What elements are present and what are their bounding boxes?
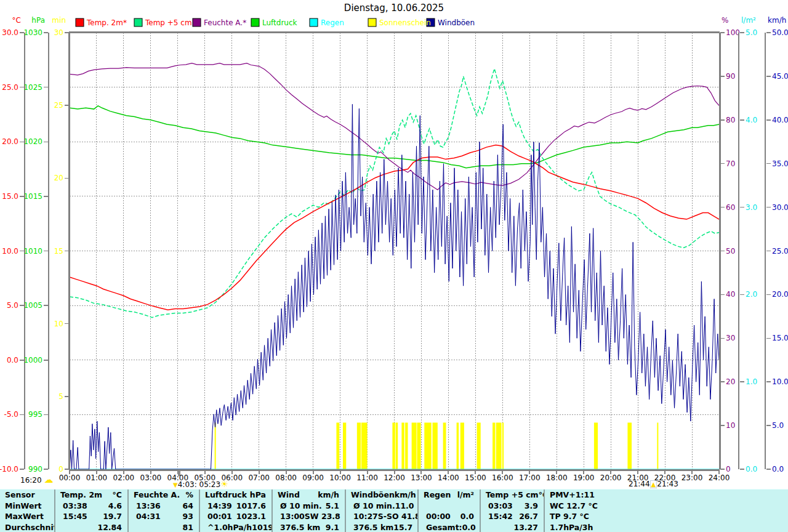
cell-time: 13:36	[136, 501, 161, 512]
pct-tick-label: 70	[726, 159, 735, 168]
hpa-tick-label: 1005	[23, 301, 42, 310]
pct-tick-label: 30	[726, 334, 735, 342]
hour-label: 07:00	[248, 474, 270, 482]
lm2-tick-label: 0.0	[746, 465, 757, 474]
pct-tick-label: 90	[726, 72, 735, 81]
pct-tick-label: 40	[726, 290, 735, 299]
kmh-tick-label: 30.0	[772, 203, 788, 212]
hour-label: 14:00	[438, 474, 459, 482]
row-label-text: Sensor	[5, 490, 35, 501]
sunshine-bar	[357, 422, 361, 469]
lm2-tick-label: 3.0	[746, 203, 757, 212]
kmh-tick-label: 20.0	[772, 290, 788, 299]
cell-time: TP 9.7 °C	[550, 511, 589, 522]
table-row: 15:4226.7	[481, 511, 544, 522]
cloud-icon: ☁	[44, 474, 53, 485]
cell-time: 00:00	[426, 511, 451, 522]
hour-label: 02:00	[113, 474, 135, 482]
cell-time: 376.5 km	[280, 522, 320, 532]
cell-value: 5.1	[326, 501, 339, 512]
legend-label: Windböen	[438, 18, 475, 27]
hpa-tick-label: 990	[28, 465, 42, 474]
column-luftdruck: LuftdruckhPa14:391017.600:011023.1^1.0hP…	[199, 490, 271, 532]
hpa-tick-label: 1015	[23, 192, 42, 201]
sunshine-bar	[432, 422, 437, 469]
sunset-time: 21:44	[629, 480, 650, 488]
hpa-tick-label: 1020	[23, 137, 42, 146]
hour-label: 12:00	[384, 474, 405, 482]
cell-value: 1017.6	[236, 501, 266, 512]
cell-value: 1023.1	[236, 511, 266, 522]
lm2-tick-label: 2.0	[746, 290, 757, 299]
table-row: 13:00SW 23.8	[273, 511, 345, 522]
cell-value: 15.7	[393, 522, 412, 532]
kmh-tick-label: 15.0	[772, 334, 788, 342]
cell-time: 13:00	[280, 511, 305, 522]
column-regen: Regenl/m²00:000.0Gesamt:0.0	[417, 490, 480, 532]
cell-value: 81	[183, 522, 193, 532]
hour-label: 11:00	[356, 474, 378, 482]
cell-time: 376.5 km	[353, 522, 393, 532]
table-row: 00:011023.1	[200, 511, 271, 522]
min-tick-label: 5	[58, 392, 63, 401]
table-row: 1.7hPa/3h	[545, 522, 788, 532]
cell-value: 93	[183, 511, 193, 522]
table-row: 13.27	[481, 522, 544, 532]
legend-swatch-2	[134, 18, 142, 26]
column-name: Windböen	[351, 490, 395, 501]
sunshine-bar	[460, 422, 464, 469]
cell-value: 3.9	[525, 501, 538, 512]
hour-label: 23:00	[681, 474, 703, 482]
column-header: Windböenkm/h	[346, 490, 417, 501]
cell-time: 15:42	[488, 511, 513, 522]
sunshine-bar	[594, 422, 598, 469]
hpa-tick-label: 995	[28, 410, 42, 419]
temp-tick-label: -5.0	[4, 410, 18, 419]
hpa-tick-label: 1010	[23, 247, 42, 256]
sunshine-bars	[215, 422, 658, 469]
temp-tick-label: -10.0	[0, 465, 18, 474]
pct-tick-label: 50	[726, 247, 735, 256]
hour-label: 08:00	[275, 474, 297, 482]
hour-label: 09:00	[302, 474, 324, 482]
cell-time: 04:31	[136, 511, 161, 522]
cell-time: 03:03	[488, 501, 513, 512]
hour-label: 16:00	[492, 474, 513, 482]
table-row: 00:000.0	[419, 511, 480, 522]
cell-time: ^1.0hPa/h	[207, 522, 252, 532]
hpa-tick-label: 1030	[23, 28, 42, 37]
column-header: Regenl/m²	[419, 490, 480, 501]
column-name: Feuchte A.	[134, 490, 180, 501]
hour-label: 19:00	[573, 474, 595, 482]
pct-unit-label: %	[722, 16, 728, 25]
table-row: Ø 10 min.11.0	[346, 501, 417, 512]
hour-label: 01:00	[86, 474, 108, 482]
sunshine-bar	[361, 422, 368, 469]
sunrise-time: 05:23	[199, 480, 221, 489]
hour-label: 20:00	[600, 474, 622, 482]
column-header: LuftdruckhPa	[200, 490, 271, 501]
lm2-unit-label: l/m²	[741, 16, 756, 25]
sunshine-bar	[396, 422, 398, 469]
column-unit: l/m²	[457, 490, 474, 501]
column-name: PMV+1:11	[550, 490, 595, 501]
column-unit: °C	[539, 490, 544, 501]
cell-time: Ø 10 min.	[280, 501, 322, 512]
sunshine-bar	[496, 422, 502, 469]
kmh-tick-label: 0.0	[772, 465, 784, 474]
lm2-axis	[739, 33, 744, 469]
cell-time: WC 12.7 °C	[550, 501, 598, 512]
hour-label: 15:00	[465, 474, 486, 482]
column-name: Wind	[278, 490, 300, 501]
cell-time: Ø 10 min.	[353, 501, 395, 512]
row-label: Sensor	[0, 490, 54, 501]
temp-unit-label: °C	[12, 16, 21, 25]
row-label: Durchschnitt	[0, 522, 54, 532]
temp-tick-label: 25.0	[2, 83, 18, 92]
cell-value: 0.0	[460, 511, 474, 522]
cell-value: 0.0	[462, 522, 476, 532]
sunshine-bar	[417, 422, 420, 469]
row-label-text: MinWert	[5, 501, 42, 512]
cell-time: 1.7hPa/3h	[550, 522, 593, 532]
sunshine-bar	[457, 422, 459, 469]
